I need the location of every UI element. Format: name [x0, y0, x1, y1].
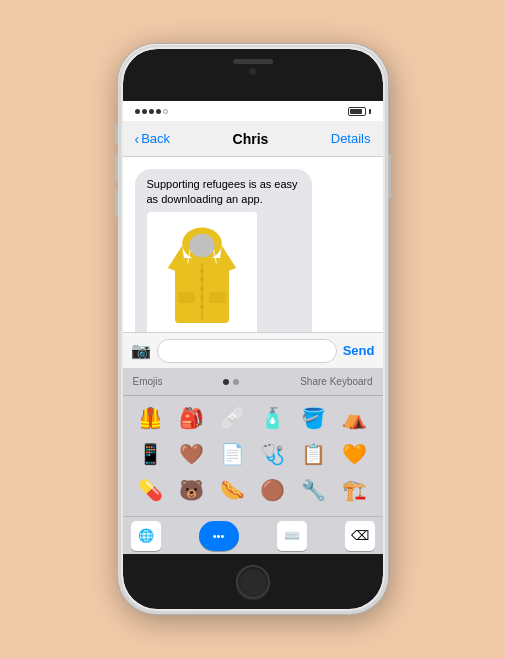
keyboard-toggle-button[interactable]: ⌨️ — [277, 521, 307, 551]
emoji-bear[interactable]: 🐻 — [175, 474, 207, 506]
power-button[interactable] — [388, 154, 391, 199]
send-button[interactable]: Send — [343, 343, 375, 358]
emoji-backpack[interactable]: 🎒 — [175, 402, 207, 434]
home-button[interactable] — [236, 565, 270, 599]
page-indicators — [223, 379, 239, 385]
emoji-grid: 🦺 🎒 🩹 🧴 🪣 ⛺ 📱 🤎 📄 🩺 📋 🧡 💊 — [123, 396, 383, 516]
phone-device: ‹ Back Chris Details Supporting refugees… — [118, 44, 388, 614]
svg-line-12 — [229, 290, 234, 299]
top-bezel — [123, 49, 383, 101]
camera-icon[interactable]: 📷 — [131, 341, 151, 360]
emoji-gloves[interactable]: 🤎 — [175, 438, 207, 470]
battery-indicator — [348, 107, 371, 116]
message-bubble: Supporting refugees is as easy as downlo… — [135, 169, 312, 332]
mute-button[interactable] — [115, 124, 118, 144]
emoji-bucket[interactable]: 🪣 — [297, 402, 329, 434]
input-bar: 📷 Send — [123, 332, 383, 368]
emoji-vest[interactable]: 🦺 — [135, 402, 167, 434]
emoji-row-2: 📱 🤎 📄 🩺 📋 🧡 — [131, 438, 375, 470]
status-bar — [123, 101, 383, 121]
emoji-bottle[interactable]: 🧴 — [257, 402, 289, 434]
emojis-label[interactable]: Emojis — [133, 376, 163, 387]
signal-dot-5 — [163, 109, 168, 114]
nav-title: Chris — [233, 131, 269, 147]
message-input[interactable] — [157, 339, 337, 363]
keyboard-toolbar: Emojis Share Keyboard — [123, 368, 383, 396]
nav-bar: ‹ Back Chris Details — [123, 121, 383, 157]
emoji-row-1: 🦺 🎒 🩹 🧴 🪣 ⛺ — [131, 402, 375, 434]
raincoat-image — [157, 217, 247, 332]
emoji-medkit[interactable]: 🩺 — [257, 438, 289, 470]
svg-point-6 — [200, 287, 204, 291]
volume-down-button[interactable] — [115, 189, 118, 217]
delete-button[interactable]: ⌫ — [345, 521, 375, 551]
emoji-tent[interactable]: ⛺ — [338, 402, 370, 434]
emoji-phone[interactable]: 📱 — [135, 438, 167, 470]
share-keyboard-label[interactable]: Share Keyboard — [300, 376, 372, 387]
battery-fill — [350, 109, 363, 114]
signal-strength — [135, 109, 168, 114]
emoji-scaffold[interactable]: 🏗️ — [338, 474, 370, 506]
emoji-belt[interactable]: 🟤 — [257, 474, 289, 506]
message-image — [147, 212, 257, 332]
phone-screen: ‹ Back Chris Details Supporting refugees… — [123, 49, 383, 609]
back-button[interactable]: ‹ Back — [135, 131, 171, 147]
svg-line-11 — [169, 290, 174, 299]
signal-dot-2 — [142, 109, 147, 114]
battery-tip — [369, 109, 371, 114]
svg-point-7 — [200, 296, 204, 300]
front-camera — [249, 68, 256, 75]
emoji-pill[interactable]: 💊 — [135, 474, 167, 506]
signal-dot-1 — [135, 109, 140, 114]
more-emoji-button[interactable]: ••• — [199, 521, 239, 551]
svg-rect-10 — [209, 292, 225, 303]
back-label: Back — [141, 131, 170, 146]
svg-point-5 — [200, 278, 204, 282]
emoji-clipboard[interactable]: 📋 — [297, 438, 329, 470]
signal-dot-3 — [149, 109, 154, 114]
bottom-bezel — [123, 554, 383, 609]
emoji-cone[interactable]: 🧡 — [338, 438, 370, 470]
volume-up-button[interactable] — [115, 154, 118, 182]
message-text: Supporting refugees is as easy as downlo… — [147, 177, 300, 208]
svg-point-4 — [200, 269, 204, 273]
page-dot-1 — [223, 379, 229, 385]
battery-body — [348, 107, 366, 116]
emoji-paper[interactable]: 📄 — [216, 438, 248, 470]
emoji-bandage[interactable]: 🩹 — [216, 402, 248, 434]
keyboard-bottom-row: 🌐 ••• ⌨️ ⌫ — [123, 516, 383, 554]
globe-button[interactable]: 🌐 — [131, 521, 161, 551]
svg-point-8 — [200, 305, 204, 309]
back-chevron-icon: ‹ — [135, 131, 140, 147]
speaker — [233, 59, 273, 64]
signal-dot-4 — [156, 109, 161, 114]
page-dot-2 — [233, 379, 239, 385]
svg-point-1 — [189, 234, 214, 257]
emoji-row-3: 💊 🐻 🌭 🟤 🔧 🏗️ — [131, 474, 375, 506]
emoji-tools[interactable]: 🔧 — [297, 474, 329, 506]
emoji-hotdog[interactable]: 🌭 — [216, 474, 248, 506]
details-button[interactable]: Details — [331, 131, 371, 146]
messages-area: Supporting refugees is as easy as downlo… — [123, 157, 383, 332]
phone-inner: ‹ Back Chris Details Supporting refugees… — [121, 47, 385, 611]
svg-rect-9 — [178, 292, 194, 303]
